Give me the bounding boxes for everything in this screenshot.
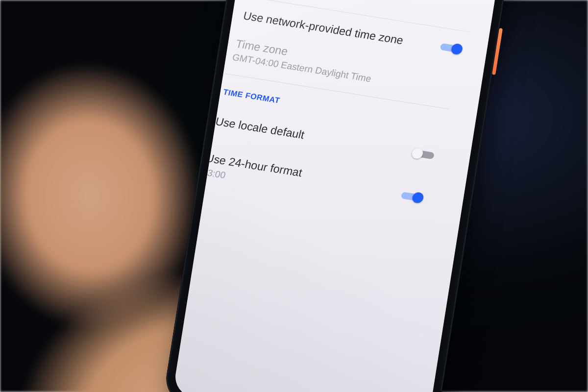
settings-page: Time 18:47 Use network-provided time zon… bbox=[172, 0, 498, 392]
network-tz-toggle[interactable] bbox=[439, 40, 464, 56]
twentyfour-toggle[interactable] bbox=[399, 189, 425, 205]
locale-default-label: Use locale default bbox=[214, 115, 306, 143]
phone-screen: Time 18:47 Use network-provided time zon… bbox=[172, 0, 498, 392]
locale-default-toggle[interactable] bbox=[411, 146, 436, 162]
